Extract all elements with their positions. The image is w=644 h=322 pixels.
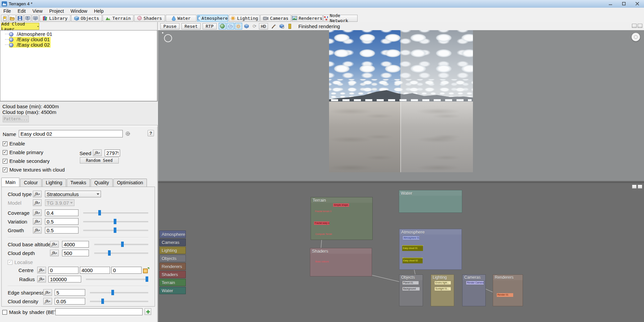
cloud-base-altitude-function-button[interactable]: ƒA▸ [50,241,59,248]
help-button[interactable]: ? [148,130,154,136]
enable-primary-checkbox[interactable] [3,150,7,155]
growth-slider[interactable] [83,228,148,233]
group-water[interactable]: Water [399,190,462,213]
pattern-button[interactable]: Pattern... [3,116,29,122]
node-fractal-warp[interactable]: Fractal warp s... [314,221,329,225]
node-render-01[interactable]: Render 01 [497,293,513,297]
cloud-density-slider[interactable] [90,299,148,304]
preview-lighting-toggle[interactable] [235,23,242,29]
pane-maximize-icon[interactable] [638,185,642,189]
layout-button-shaders[interactable]: Shaders [134,15,165,22]
list-item-easy-cloud-01[interactable]: /Easy cloud 01 [0,37,157,42]
coverage-input[interactable] [45,209,78,216]
category-lighting[interactable]: Lighting [159,247,186,254]
layout-button-library[interactable]: Library [40,15,70,22]
pane-maximize-icon[interactable] [638,24,642,28]
new-project-button[interactable] [1,15,8,22]
centre-function-button[interactable]: ƒA▸ [37,267,46,273]
coordinate-picker-button[interactable] [143,267,150,275]
pane-undock-icon[interactable] [632,185,637,189]
growth-input[interactable] [45,227,78,234]
layout-button-atmosphere[interactable]: Atmosphere [197,15,228,22]
variation-input[interactable] [45,218,78,225]
node-atmosphere-01[interactable]: Atmosphere 01 [403,236,419,240]
category-water[interactable]: Water [159,287,186,294]
move-textures-checkbox[interactable] [3,168,7,172]
node-fractal-terrain-01[interactable]: Fractal terrain 01 [314,210,332,213]
group-renderers[interactable]: Renderers [493,274,523,306]
node-enviro-light[interactable]: Enviro light... [435,281,451,284]
mask-by-shader-input[interactable] [55,308,143,315]
model-function-button[interactable]: ƒA▸ [33,199,42,206]
menu-help[interactable]: Help [91,8,107,14]
layout-button-cameras[interactable]: Cameras [260,15,291,22]
node-base-colours[interactable]: Base colours [315,260,330,263]
tab-colour[interactable]: Colour [20,179,41,187]
radius-function-button[interactable]: ƒA▸ [37,276,46,282]
compass-widget[interactable] [632,33,640,41]
list-item-easy-cloud-02[interactable]: /Easy cloud 02 [0,42,157,48]
node-network-pane[interactable]: Atmosphere Cameras Lighting Objects Rend… [158,183,644,322]
centre-x-input[interactable] [48,267,78,274]
coverage-function-button[interactable]: ƒA▸ [33,209,42,216]
cloud-density-function-button[interactable]: ƒA▸ [43,298,52,305]
coverage-slider[interactable] [83,210,148,215]
edge-sharpness-slider[interactable] [90,290,148,295]
add-shader-button[interactable] [145,308,151,315]
menu-window[interactable]: Window [67,8,91,14]
render-view-button[interactable]: R [24,15,31,22]
gear-icon[interactable] [125,131,131,137]
preview-terrain-toggle[interactable] [243,23,250,29]
maximize-button[interactable] [617,0,631,7]
group-cameras[interactable]: Cameras [462,274,486,306]
seed-function-button[interactable]: ƒA▸ [93,149,102,156]
model-select[interactable]: TG 3.9.07 [45,199,74,206]
layout-button-lighting[interactable]: Lighting [229,15,260,22]
layout-button-node-network[interactable]: Node Network [323,15,358,22]
enable-secondary-checkbox-row[interactable]: Enable secondary [3,158,50,164]
menu-edit[interactable]: Edit [14,8,29,14]
layout-button-renderers[interactable]: Renderers [292,15,323,22]
centre-z-input[interactable] [111,267,142,274]
mask-by-shader-checkbox[interactable] [2,310,7,315]
localise-checkbox[interactable] [8,260,12,265]
measure-button[interactable] [286,23,293,29]
node-render-camera[interactable]: Render Camera [466,281,484,284]
close-button[interactable] [631,0,644,7]
node-sunlight-01[interactable]: Sunlight 01... [435,287,451,291]
save-project-button[interactable] [16,15,23,22]
tab-main[interactable]: Main [1,178,19,187]
category-terrain[interactable]: Terrain [159,279,186,286]
move-textures-checkbox-row[interactable]: Move textures with cloud [3,167,65,173]
node-easy-cloud-02[interactable]: Easy cloud 02 [402,258,423,263]
growth-function-button[interactable]: ƒA▸ [33,227,42,234]
category-renderers[interactable]: Renderers [159,263,186,270]
menu-file[interactable]: File [0,8,14,14]
edge-sharpness-function-button[interactable]: ƒA▸ [43,289,52,296]
reset-button[interactable]: Reset [181,23,201,29]
category-atmosphere[interactable]: Atmosphere [159,231,186,238]
3d-preview-button[interactable]: 3D [32,15,39,22]
sun-position-widget[interactable] [164,34,172,42]
compare-divider-line[interactable] [400,102,401,172]
preview-clouds-toggle[interactable] [227,23,234,29]
category-cameras[interactable]: Cameras [159,239,186,246]
random-seed-button[interactable]: Random Seed [80,157,119,164]
name-input[interactable] [19,130,123,137]
node-compute-terrain[interactable]: Compute Terrain [315,233,332,236]
radius-input[interactable] [48,276,81,282]
preview-objects-button[interactable] [278,23,285,29]
node-simple-shape[interactable]: Simple shape... [333,203,349,207]
preview-refresh-toggle[interactable]: ⟳ [251,23,258,29]
tab-optimisation[interactable]: Optimisation [113,179,147,187]
enable-checkbox-row[interactable]: Enable [3,141,25,146]
add-cloud-layer-button[interactable]: Add Cloud Layer ▸ [1,23,39,30]
seed-input[interactable] [105,149,120,156]
cloud-type-function-button[interactable]: ƒA▸ [33,191,42,197]
cloud-density-input[interactable] [55,298,85,305]
cloud-depth-slider[interactable] [94,250,148,256]
tab-tweaks[interactable]: Tweaks [67,179,90,187]
node-planet-01[interactable]: Planet 01 [402,281,419,284]
list-item-atmosphere-01[interactable]: /Atmosphere 01 [0,31,157,37]
centre-y-input[interactable] [80,267,110,274]
